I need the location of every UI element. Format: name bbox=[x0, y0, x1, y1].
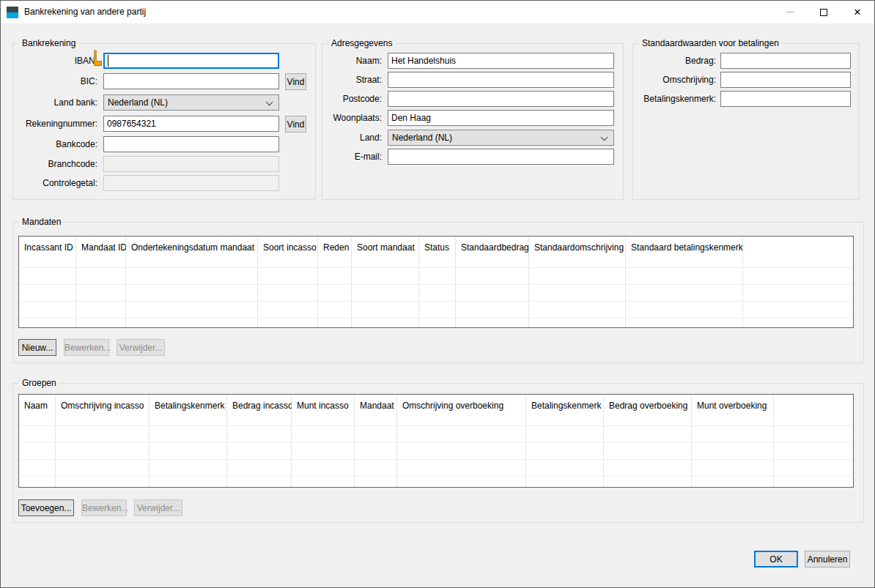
chevron-down-icon bbox=[601, 134, 608, 141]
mandaten-verwijder-button: Verwijder... bbox=[117, 339, 165, 356]
text-caret bbox=[108, 55, 108, 67]
group-groepen: Groepen Naam Omschrijving incasso Betali… bbox=[12, 383, 864, 523]
column-header[interactable]: Ondertekeningsdatum mandaat bbox=[126, 237, 258, 258]
column-header[interactable]: Naam bbox=[19, 395, 56, 417]
bedrag-input[interactable] bbox=[720, 53, 851, 69]
column-header[interactable]: Betalingskenmerk bbox=[526, 395, 604, 417]
bankcode-input[interactable] bbox=[103, 136, 279, 152]
annuleren-button[interactable]: Annuleren bbox=[805, 551, 850, 567]
ok-button[interactable]: OK bbox=[754, 551, 798, 567]
group-standaardwaarden-legend: Standaardwaarden voor betalingen bbox=[639, 38, 782, 49]
group-bankrekening: Bankrekening IBAN: BIC: Vind Land bank: … bbox=[12, 43, 316, 200]
column-header[interactable]: Standaard betalingskenmerk bbox=[626, 237, 743, 258]
mandaten-table-rows bbox=[19, 267, 853, 327]
group-standaardwaarden: Standaardwaarden voor betalingen Bedrag:… bbox=[632, 43, 860, 200]
column-header[interactable]: Standaardbedrag bbox=[456, 237, 529, 258]
postcode-input[interactable] bbox=[388, 91, 614, 107]
rekeningnummer-label: Rekeningnummer: bbox=[14, 116, 97, 132]
column-header[interactable]: Soort incasso bbox=[258, 237, 318, 258]
straat-input[interactable] bbox=[388, 72, 614, 88]
email-label: E-mail: bbox=[323, 149, 382, 165]
bic-input[interactable] bbox=[103, 73, 279, 89]
close-button[interactable]: ✕ bbox=[841, 1, 874, 23]
rekeningnummer-vind-button[interactable]: Vind bbox=[285, 116, 306, 133]
column-header[interactable]: Betalingskenmerk bbox=[149, 395, 227, 417]
iban-warning-icon bbox=[94, 51, 102, 60]
close-icon: ✕ bbox=[854, 7, 862, 17]
mandaten-bewerken-button: Bewerken... bbox=[64, 339, 109, 356]
column-header[interactable]: Soort mandaat bbox=[352, 237, 419, 258]
column-header[interactable]: Mandaat bbox=[355, 395, 397, 417]
column-header[interactable]: Omschrijving overboeking bbox=[397, 395, 526, 417]
window-title: Bankrekening van andere partij bbox=[24, 1, 146, 23]
land-value: Nederland (NL) bbox=[392, 133, 452, 143]
groepen-table-header: Naam Omschrijving incasso Betalingskenme… bbox=[19, 395, 853, 417]
land-bank-value: Nederland (NL) bbox=[108, 97, 168, 108]
dialog-window: Bankrekening van andere partij ✕ Bankrek… bbox=[0, 0, 875, 588]
maximize-button[interactable] bbox=[807, 1, 841, 23]
column-header[interactable]: Mandaat ID bbox=[76, 237, 126, 258]
bankcode-label: Bankcode: bbox=[14, 136, 97, 152]
naam-label: Naam: bbox=[323, 53, 382, 69]
mandaten-table[interactable]: Incassant ID Mandaat ID Ondertekeningsda… bbox=[18, 236, 854, 328]
land-label: Land: bbox=[323, 130, 382, 146]
iban-warning-icon-shackle bbox=[94, 50, 97, 62]
iban-label: IBAN: bbox=[14, 53, 97, 69]
column-header[interactable]: Bedrag overboeking bbox=[604, 395, 692, 417]
iban-warning-icon-body bbox=[94, 61, 102, 66]
groepen-verwijder-button: Verwijder... bbox=[134, 499, 182, 516]
omschrijving-input[interactable] bbox=[720, 72, 851, 88]
maximize-icon bbox=[820, 9, 827, 16]
bic-vind-button[interactable]: Vind bbox=[285, 73, 306, 90]
branchcode-input bbox=[103, 156, 279, 172]
column-header[interactable]: Munt incasso bbox=[292, 395, 355, 417]
group-mandaten-legend: Mandaten bbox=[19, 217, 64, 228]
app-icon-bottom bbox=[7, 12, 18, 18]
column-header[interactable]: Status bbox=[419, 237, 456, 258]
rekeningnummer-input[interactable] bbox=[103, 116, 279, 132]
column-header[interactable]: Omschrijving incasso bbox=[56, 395, 149, 417]
betalingskenmerk-label: Betalingskenmerk: bbox=[634, 91, 716, 107]
land-bank-select[interactable]: Nederland (NL) bbox=[103, 94, 279, 111]
column-header-filler bbox=[774, 395, 853, 417]
group-bankrekening-legend: Bankrekening bbox=[19, 38, 78, 49]
mandaten-table-header: Incassant ID Mandaat ID Ondertekeningsda… bbox=[19, 237, 853, 258]
column-header-filler bbox=[743, 237, 853, 258]
groepen-table-rows bbox=[19, 425, 853, 487]
omschrijving-label: Omschrijving: bbox=[634, 72, 716, 88]
betalingskenmerk-input[interactable] bbox=[720, 91, 851, 107]
groepen-bewerken-button: Bewerken... bbox=[81, 499, 127, 516]
woonplaats-input[interactable] bbox=[388, 110, 614, 126]
postcode-label: Postcode: bbox=[323, 91, 382, 107]
minimize-button[interactable] bbox=[773, 1, 807, 23]
bedrag-label: Bedrag: bbox=[634, 53, 716, 69]
chevron-down-icon bbox=[266, 99, 273, 106]
app-icon-top bbox=[7, 7, 18, 12]
naam-input[interactable] bbox=[388, 53, 614, 69]
email-input[interactable] bbox=[388, 149, 614, 165]
minimize-icon bbox=[786, 12, 794, 12]
mandaten-nieuw-button[interactable]: Nieuw... bbox=[18, 339, 56, 356]
controlegetal-label: Controlegetal: bbox=[14, 175, 97, 191]
column-header[interactable]: Standaardomschrijving bbox=[529, 237, 626, 258]
land-bank-label: Land bank: bbox=[14, 94, 97, 111]
groepen-toevoegen-button[interactable]: Toevoegen... bbox=[18, 499, 74, 516]
column-header[interactable]: Bedrag incasso bbox=[227, 395, 292, 417]
group-mandaten: Mandaten Incassant ID Mandaat ID Onderte… bbox=[12, 222, 864, 363]
column-header[interactable]: Incassant ID bbox=[19, 237, 76, 258]
woonplaats-label: Woonplaats: bbox=[323, 110, 382, 126]
iban-input[interactable] bbox=[103, 53, 279, 69]
column-header[interactable]: Munt overboeking bbox=[692, 395, 774, 417]
group-groepen-legend: Groepen bbox=[19, 378, 59, 389]
straat-label: Straat: bbox=[323, 72, 382, 88]
group-adresgegevens: Adresgegevens Naam: Straat: Postcode: Wo… bbox=[322, 43, 624, 200]
groepen-table[interactable]: Naam Omschrijving incasso Betalingskenme… bbox=[18, 394, 854, 488]
bic-label: BIC: bbox=[14, 73, 97, 89]
column-header[interactable]: Reden bbox=[318, 237, 352, 258]
controlegetal-input bbox=[103, 175, 279, 191]
app-icon bbox=[7, 7, 18, 18]
group-adresgegevens-legend: Adresgegevens bbox=[328, 38, 395, 49]
land-select[interactable]: Nederland (NL) bbox=[388, 130, 614, 146]
branchcode-label: Branchcode: bbox=[14, 156, 97, 172]
titlebar[interactable]: Bankrekening van andere partij ✕ bbox=[1, 1, 874, 23]
